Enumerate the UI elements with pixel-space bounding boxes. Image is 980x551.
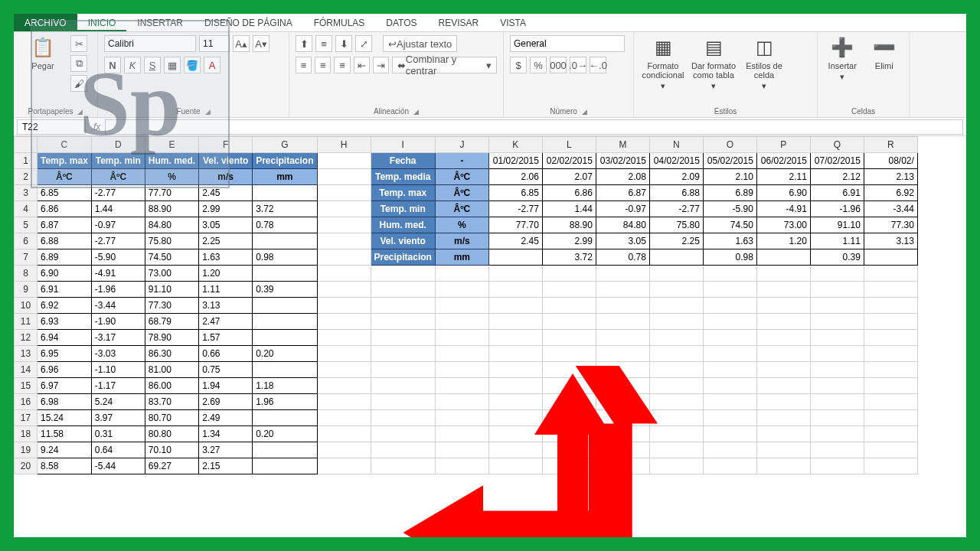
cell[interactable]: 3.72 bbox=[253, 201, 317, 217]
cell[interactable] bbox=[864, 426, 917, 442]
insert-cells-button[interactable]: ➕Insertar▾ bbox=[824, 35, 861, 82]
cell[interactable] bbox=[810, 378, 864, 394]
cell[interactable]: -5.44 bbox=[91, 458, 145, 474]
cell[interactable] bbox=[371, 346, 435, 362]
decrease-font-button[interactable]: A▾ bbox=[253, 35, 270, 52]
cell[interactable] bbox=[649, 266, 703, 282]
cell[interactable]: 1.63 bbox=[703, 233, 756, 249]
cell[interactable] bbox=[810, 362, 864, 378]
row-header[interactable]: 20 bbox=[15, 458, 38, 474]
cell[interactable] bbox=[756, 362, 810, 378]
cell[interactable]: 0.39 bbox=[810, 249, 864, 266]
cell[interactable] bbox=[864, 442, 917, 458]
cell[interactable]: -1.17 bbox=[91, 378, 145, 394]
cell[interactable] bbox=[703, 346, 756, 362]
cell[interactable]: 1.63 bbox=[199, 249, 253, 266]
cell[interactable]: 6.91 bbox=[810, 185, 864, 201]
cell[interactable]: 6.97 bbox=[38, 378, 92, 394]
cell[interactable]: 2.45 bbox=[488, 233, 542, 249]
cell[interactable] bbox=[756, 249, 810, 266]
cell[interactable] bbox=[253, 233, 317, 249]
cell[interactable] bbox=[317, 217, 371, 233]
cell[interactable]: 2.25 bbox=[649, 233, 703, 249]
align-right-button[interactable]: ≡ bbox=[334, 57, 350, 73]
row-header[interactable]: 10 bbox=[15, 298, 38, 314]
cell[interactable]: 1.18 bbox=[253, 378, 317, 394]
tab-vista[interactable]: VISTA bbox=[489, 14, 537, 31]
cell[interactable] bbox=[810, 314, 864, 330]
cell[interactable] bbox=[864, 249, 917, 266]
cell[interactable]: mm bbox=[253, 169, 317, 185]
cell[interactable]: 1.44 bbox=[542, 201, 596, 217]
cell[interactable]: 1.94 bbox=[199, 378, 253, 394]
cell[interactable]: -0.97 bbox=[91, 217, 145, 233]
cell[interactable] bbox=[756, 458, 810, 474]
cell[interactable] bbox=[317, 249, 371, 266]
cell[interactable] bbox=[488, 346, 542, 362]
align-center-button[interactable]: ≡ bbox=[315, 57, 331, 73]
cell[interactable]: 8.58 bbox=[38, 458, 92, 474]
cell[interactable]: -5.90 bbox=[91, 249, 145, 266]
cell[interactable]: 0.78 bbox=[596, 249, 649, 266]
cell[interactable]: 91.10 bbox=[810, 217, 864, 233]
col-header[interactable]: J bbox=[435, 137, 488, 153]
cell[interactable]: 75.80 bbox=[145, 233, 198, 249]
cell[interactable]: - bbox=[435, 153, 488, 169]
cell[interactable]: 2.10 bbox=[703, 169, 756, 185]
cell[interactable]: -3.44 bbox=[91, 298, 145, 314]
cell[interactable] bbox=[488, 249, 542, 266]
delete-cells-button[interactable]: ➖Elimi bbox=[866, 35, 903, 70]
worksheet-grid[interactable]: CDEFGHIJKLMNOPQR1Temp. maxTemp. minHum. … bbox=[14, 136, 966, 537]
cell[interactable]: -3.17 bbox=[91, 330, 145, 346]
cell[interactable]: 9.24 bbox=[38, 442, 92, 458]
cell[interactable]: 3.27 bbox=[199, 442, 253, 458]
cell[interactable]: 75.80 bbox=[649, 217, 703, 233]
dialog-launcher-icon[interactable]: ◢ bbox=[413, 108, 419, 116]
cell[interactable]: 08/02/ bbox=[864, 153, 917, 169]
cell[interactable]: mm bbox=[435, 249, 488, 266]
cell[interactable]: ÂºC bbox=[435, 185, 488, 201]
cell[interactable] bbox=[596, 282, 649, 298]
accounting-format-button[interactable]: $ bbox=[510, 57, 527, 73]
cell[interactable] bbox=[317, 298, 371, 314]
cell[interactable]: 6.98 bbox=[38, 394, 92, 410]
cell[interactable] bbox=[317, 410, 371, 426]
cell[interactable]: 6.86 bbox=[38, 201, 92, 217]
cell[interactable] bbox=[810, 394, 864, 410]
cell[interactable]: 6.88 bbox=[38, 233, 92, 249]
col-header[interactable]: R bbox=[864, 137, 917, 153]
cell[interactable]: 86.30 bbox=[145, 346, 198, 362]
cell[interactable] bbox=[317, 346, 371, 362]
cell[interactable] bbox=[649, 282, 703, 298]
cell[interactable] bbox=[703, 266, 756, 282]
cell[interactable]: Temp. max bbox=[371, 185, 435, 201]
cell[interactable] bbox=[756, 282, 810, 298]
cell[interactable]: 04/02/2015 bbox=[649, 153, 703, 169]
align-middle-button[interactable]: ≡ bbox=[315, 35, 332, 52]
cell[interactable] bbox=[488, 298, 542, 314]
cell[interactable] bbox=[649, 249, 703, 266]
cell[interactable]: 6.87 bbox=[38, 217, 92, 233]
row-header[interactable]: 19 bbox=[15, 442, 38, 458]
cell[interactable]: % bbox=[435, 217, 488, 233]
dialog-launcher-icon[interactable]: ◢ bbox=[582, 108, 587, 116]
row-header[interactable]: 7 bbox=[15, 249, 38, 266]
cell[interactable]: 6.90 bbox=[38, 266, 92, 282]
cell[interactable] bbox=[596, 346, 649, 362]
cell[interactable] bbox=[756, 330, 810, 346]
row-header[interactable]: 11 bbox=[15, 314, 38, 330]
cell[interactable] bbox=[253, 314, 317, 330]
cell[interactable] bbox=[596, 298, 649, 314]
tab-datos[interactable]: DATOS bbox=[375, 14, 427, 31]
cell[interactable]: 3.72 bbox=[542, 249, 596, 266]
row-header[interactable]: 13 bbox=[15, 346, 38, 362]
cell[interactable]: -0.97 bbox=[596, 201, 649, 217]
cell[interactable] bbox=[317, 266, 371, 282]
cell[interactable] bbox=[810, 442, 864, 458]
cell[interactable] bbox=[864, 346, 917, 362]
cell[interactable] bbox=[703, 298, 756, 314]
cell[interactable]: 02/02/2015 bbox=[542, 153, 596, 169]
cell[interactable]: 03/02/2015 bbox=[596, 153, 649, 169]
cell[interactable] bbox=[756, 298, 810, 314]
row-header[interactable]: 5 bbox=[15, 217, 38, 233]
